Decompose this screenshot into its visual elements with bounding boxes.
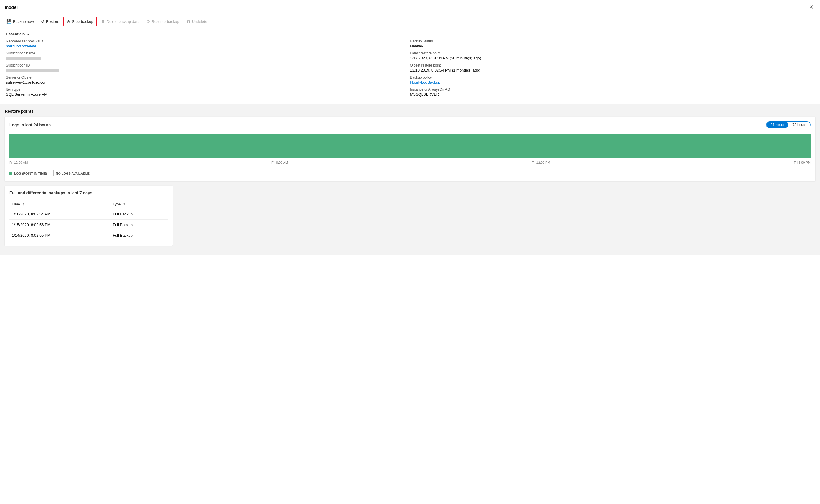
undelete-button[interactable]: 🗑 Undelete [183,17,210,26]
cell-time: 1/16/2020, 8:02:54 PM [9,209,110,220]
restore-points-title: Restore points [5,109,815,114]
table-row: 1/16/2020, 8:02:54 PMFull Backup [9,209,168,220]
table-row: 1/14/2020, 8:02:55 PMFull Backup [9,230,168,241]
window-title: model [5,5,18,10]
logs-card-header: Logs in last 24 hours 24 hours 72 hours [9,121,811,128]
title-bar: model ✕ [0,0,820,14]
cell-type: Full Backup [110,220,168,230]
item-type-item: Item type SQL Server in Azure VM [6,87,398,97]
subscription-id-value [6,68,398,72]
legend-green-icon [9,172,12,175]
subscription-id-item: Subscription ID [6,63,398,72]
instance-item: Instance or AlwaysOn AG MSSQLSERVER [410,87,803,97]
legend-no-logs-item: NO LOGS AVAILABLE [53,170,90,176]
main-window: model ✕ 💾 Backup now ↺ Restore ⊘ Stop ba… [0,0,820,504]
delete-backup-data-button[interactable]: 🗑 Delete backup data [98,17,143,26]
backups-card-title: Full and differential backups in last 7 … [9,190,168,195]
subscription-name-value [6,56,398,60]
delete-backup-icon: 🗑 [101,19,105,24]
chart-area: Fri 12:00 AM Fri 6:00 AM Fri 12:00 PM Fr… [9,133,811,165]
subscription-name-placeholder [6,57,41,60]
backup-status-item: Backup Status Healthy [410,39,803,48]
time-24h-button[interactable]: 24 hours [766,122,788,128]
chart-green-bar [9,134,811,158]
backups-table-body: 1/16/2020, 8:02:54 PMFull Backup1/15/202… [9,209,168,241]
backup-status-value: Healthy [410,44,803,48]
restore-icon: ↺ [41,19,44,24]
cell-time: 1/15/2020, 8:02:56 PM [9,220,110,230]
server-item: Server or Cluster sqlserver-1.contoso.co… [6,75,398,84]
backups-table: Time ⇕ Type ⇕ 1/16/2020, 8:02:54 PMFull … [9,200,168,241]
undelete-icon: 🗑 [186,19,190,24]
essentials-grid: Recovery services vault mercurysoftdelet… [6,39,814,100]
legend-log-item: LOG (POINT IN TIME) [9,170,47,176]
cell-time: 1/14/2020, 8:02:55 PM [9,230,110,241]
backup-policy-link[interactable]: HourlyLogBackup [410,80,803,84]
logs-card-title: Logs in last 24 hours [9,122,51,127]
time-toggle: 24 hours 72 hours [766,121,811,128]
cell-type: Full Backup [110,209,168,220]
subscription-name-item: Subscription name [6,51,398,60]
x-label-0: Fri 12:00 AM [9,161,28,164]
restore-button[interactable]: ↺ Restore [38,17,62,26]
legend-gray-icon [53,170,54,176]
logs-card: Logs in last 24 hours 24 hours 72 hours … [5,117,815,181]
chart-legend: LOG (POINT IN TIME) NO LOGS AVAILABLE [9,168,811,176]
essentials-section: Essentials ▲ Recovery services vault mer… [0,29,820,104]
recovery-vault-item: Recovery services vault mercurysoftdelet… [6,39,398,48]
col-type: Type ⇕ [110,200,168,209]
backup-now-icon: 💾 [6,19,11,24]
sort-time-icon[interactable]: ⇕ [22,203,24,206]
resume-backup-button[interactable]: ⟳ Resume backup [144,17,182,26]
x-label-1: Fri 6:00 AM [271,161,288,164]
col-time: Time ⇕ [9,200,110,209]
instance-value: MSSQLSERVER [410,92,803,97]
close-button[interactable]: ✕ [807,3,815,11]
main-content: Restore points Logs in last 24 hours 24 … [0,104,820,255]
toolbar: 💾 Backup now ↺ Restore ⊘ Stop backup 🗑 D… [0,14,820,29]
cell-type: Full Backup [110,230,168,241]
latest-restore-value: 1/17/2020, 6:01:34 PM (20 minute(s) ago) [410,56,803,60]
subscription-id-placeholder [6,69,59,72]
recovery-vault-link[interactable]: mercurysoftdelete [6,44,398,48]
table-header-row: Time ⇕ Type ⇕ [9,200,168,209]
time-72h-button[interactable]: 72 hours [788,122,810,128]
server-value: sqlserver-1.contoso.com [6,80,398,84]
table-row: 1/15/2020, 8:02:56 PMFull Backup [9,220,168,230]
chevron-up-icon: ▲ [26,32,30,36]
essentials-left-col: Recovery services vault mercurysoftdelet… [6,39,410,100]
x-label-2: Fri 12:00 PM [532,161,550,164]
stop-backup-button[interactable]: ⊘ Stop backup [63,17,97,26]
item-type-value: SQL Server in Azure VM [6,92,398,97]
oldest-restore-value: 12/10/2019, 8:02:54 PM (1 month(s) ago) [410,68,803,72]
essentials-header[interactable]: Essentials ▲ [6,32,814,36]
backup-now-button[interactable]: 💾 Backup now [4,17,37,26]
latest-restore-item: Latest restore point 1/17/2020, 6:01:34 … [410,51,803,60]
sort-type-icon[interactable]: ⇕ [123,203,125,206]
stop-backup-icon: ⊘ [67,19,70,24]
essentials-right-col: Backup Status Healthy Latest restore poi… [410,39,814,100]
chart-bar-container [9,133,811,160]
backup-policy-item: Backup policy HourlyLogBackup [410,75,803,84]
backups-card: Full and differential backups in last 7 … [5,186,173,246]
chart-x-axis: Fri 12:00 AM Fri 6:00 AM Fri 12:00 PM Fr… [9,160,811,165]
x-label-3: Fri 6:00 PM [794,161,811,164]
oldest-restore-item: Oldest restore point 12/10/2019, 8:02:54… [410,63,803,72]
resume-backup-icon: ⟳ [147,19,150,24]
